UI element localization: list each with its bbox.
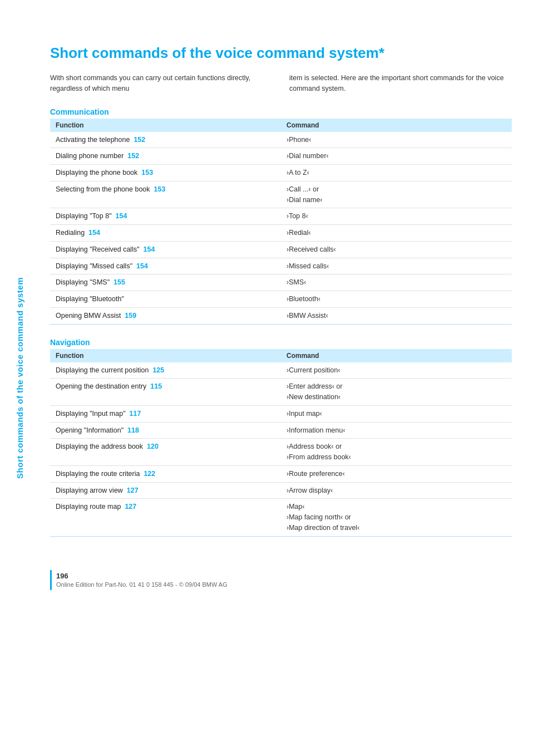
communication-col-command: Command [281, 119, 512, 132]
function-cell: Displaying "SMS" 155 [50, 274, 281, 291]
function-cell: Opening "Information" 118 [50, 422, 281, 439]
table-row: Displaying the address book 120›Address … [50, 439, 512, 466]
table-row: Displaying "Bluetooth"›Bluetooth‹ [50, 291, 512, 308]
page-number: 196 [56, 572, 228, 580]
footer-content: 196 Online Edition for Part-No. 01 41 0 … [56, 572, 228, 588]
command-cell: ›BMW Assist‹ [281, 307, 512, 324]
communication-table: Function Command Activating the telephon… [50, 119, 512, 325]
navigation-col-command: Command [281, 349, 512, 362]
function-cell: Displaying the address book 120 [50, 439, 281, 466]
command-cell: ›Map‹ ›Map facing north‹ or ›Map directi… [281, 499, 512, 536]
intro-section: With short commands you can carry out ce… [50, 73, 512, 94]
command-cell: ›Arrow display‹ [281, 482, 512, 499]
command-cell: ›SMS‹ [281, 274, 512, 291]
command-cell: ›Information menu‹ [281, 422, 512, 439]
function-cell: Displaying the route criteria 122 [50, 465, 281, 482]
main-content: Short commands of the voice command syst… [39, 0, 534, 756]
function-cell: Displaying the current position 125 [50, 362, 281, 379]
command-cell: ›Phone‹ [281, 132, 512, 148]
function-cell: Displaying "Missed calls" 154 [50, 258, 281, 274]
command-cell: ›Route preference‹ [281, 465, 512, 482]
table-row: Displaying route map 127›Map‹ ›Map facin… [50, 499, 512, 536]
function-cell: Opening the destination entry 115 [50, 379, 281, 406]
communication-table-header: Function Command [50, 119, 512, 132]
command-cell: ›Enter address‹ or ›New destination‹ [281, 379, 512, 406]
command-cell: ›Current position‹ [281, 362, 512, 379]
sidebar-label: Short commands of the voice command syst… [15, 277, 24, 479]
command-cell: ›Address book‹ or ›From address book‹ [281, 439, 512, 466]
function-cell: Opening BMW Assist 159 [50, 307, 281, 324]
table-row: Displaying "Top 8" 154›Top 8‹ [50, 208, 512, 225]
command-cell: ›Top 8‹ [281, 208, 512, 225]
function-cell: Dialing phone number 152 [50, 148, 281, 165]
table-row: Activating the telephone 152›Phone‹ [50, 132, 512, 148]
function-cell: Selecting from the phone book 153 [50, 181, 281, 208]
function-cell: Displaying the phone book 153 [50, 165, 281, 181]
command-cell: ›Bluetooth‹ [281, 291, 512, 308]
table-row: Displaying the current position 125›Curr… [50, 362, 512, 379]
command-cell: ›Missed calls‹ [281, 258, 512, 274]
page-container: Short commands of the voice command syst… [0, 0, 534, 756]
function-cell: Displaying route map 127 [50, 499, 281, 536]
table-row: Displaying arrow view 127›Arrow display‹ [50, 482, 512, 499]
table-row: Displaying the phone book 153›A to Z‹ [50, 165, 512, 181]
command-cell: ›Dial number‹ [281, 148, 512, 165]
function-cell: Displaying arrow view 127 [50, 482, 281, 499]
table-row: Displaying "Missed calls" 154›Missed cal… [50, 258, 512, 274]
page-title: Short commands of the voice command syst… [50, 45, 512, 62]
table-row: Opening the destination entry 115›Enter … [50, 379, 512, 406]
table-row: Displaying "SMS" 155›SMS‹ [50, 274, 512, 291]
command-cell: ›Received calls‹ [281, 241, 512, 258]
command-cell: ›A to Z‹ [281, 165, 512, 181]
table-row: Displaying the route criteria 122›Route … [50, 465, 512, 482]
navigation-table: Function Command Displaying the current … [50, 349, 512, 537]
navigation-col-function: Function [50, 349, 281, 362]
function-cell: Displaying "Received calls" 154 [50, 241, 281, 258]
table-row: Opening "Information" 118›Information me… [50, 422, 512, 439]
table-row: Displaying "Received calls" 154›Received… [50, 241, 512, 258]
page-footer: 196 Online Edition for Part-No. 01 41 0 … [50, 570, 512, 590]
table-row: Redialing 154›Redial‹ [50, 225, 512, 242]
function-cell: Displaying "Top 8" 154 [50, 208, 281, 225]
blue-bar-icon [50, 570, 52, 590]
table-row: Displaying "Input map" 117›Input map‹ [50, 405, 512, 422]
communication-col-function: Function [50, 119, 281, 132]
navigation-heading: Navigation [50, 338, 512, 347]
navigation-table-header: Function Command [50, 349, 512, 362]
function-cell: Displaying "Bluetooth" [50, 291, 281, 308]
function-cell: Redialing 154 [50, 225, 281, 242]
command-cell: ›Call ...‹ or ›Dial name‹ [281, 181, 512, 208]
function-cell: Displaying "Input map" 117 [50, 405, 281, 422]
command-cell: ›Input map‹ [281, 405, 512, 422]
table-row: Dialing phone number 152›Dial number‹ [50, 148, 512, 165]
function-cell: Activating the telephone 152 [50, 132, 281, 148]
table-row: Selecting from the phone book 153›Call .… [50, 181, 512, 208]
communication-heading: Communication [50, 107, 512, 116]
intro-left: With short commands you can carry out ce… [50, 73, 273, 94]
table-row: Opening BMW Assist 159›BMW Assist‹ [50, 307, 512, 324]
command-cell: ›Redial‹ [281, 225, 512, 242]
footer-edition: Online Edition for Part-No. 01 41 0 158 … [56, 581, 228, 588]
sidebar: Short commands of the voice command syst… [0, 0, 39, 756]
intro-right: item is selected. Here are the important… [289, 73, 512, 94]
